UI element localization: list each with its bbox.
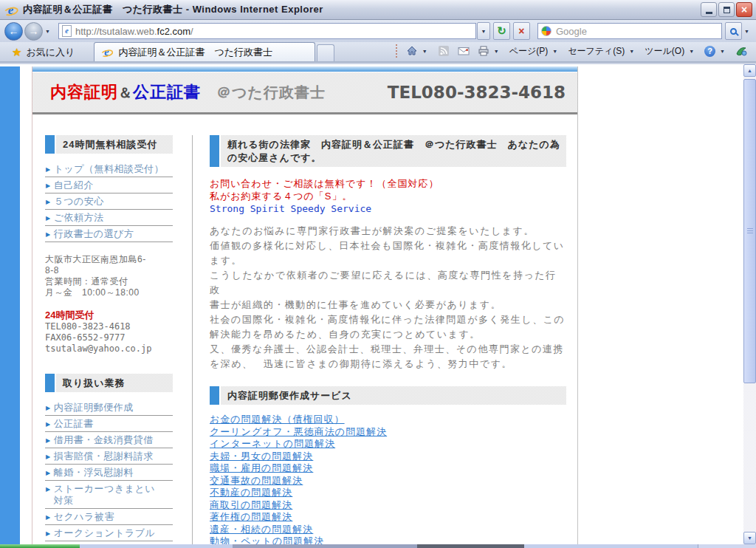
favorites-button[interactable]: ★ お気に入り: [3, 44, 83, 61]
sidebar-menu-item[interactable]: ▶ トップ（無料相談受付）: [45, 161, 173, 177]
mail-button[interactable]: [456, 44, 471, 58]
help-dropdown-icon: ▼: [718, 49, 727, 54]
home-dropdown-icon[interactable]: ▼: [420, 49, 430, 54]
stop-button[interactable]: ×: [513, 22, 530, 40]
address-dropdown-button[interactable]: ▼: [477, 22, 490, 40]
scroll-down-button[interactable]: ▼: [743, 532, 756, 544]
sidebar-menu-item[interactable]: ▶ ご依頼方法: [45, 210, 173, 226]
sidebar-menu-item[interactable]: ▶ 借用書・金銭消費貸借: [45, 432, 173, 448]
service-link[interactable]: クーリングオフ・悪徳商法の問題解決: [210, 426, 566, 439]
service-link[interactable]: 職場・雇用の問題解決: [210, 462, 566, 475]
service-link[interactable]: 商取引の問題解決: [210, 499, 566, 512]
triangle-bullet-icon: ▶: [46, 453, 51, 460]
sidebar-menu-item-label: 行政書士の選び方: [54, 228, 134, 240]
service-link[interactable]: 夫婦・男女の問題解決: [210, 451, 566, 463]
promise-line: 私がお約束する４つの「S」。: [210, 190, 566, 202]
contact-free-notice: お問い合わせ・ご相談は無料です！（全国対応） 私がお約束する４つの「S」。: [210, 177, 566, 202]
forward-button[interactable]: →: [24, 22, 43, 41]
sidebar-menu-item[interactable]: ▶ 公正証書: [45, 416, 173, 432]
taskbar-button-edge[interactable]: [233, 544, 417, 548]
hours-24-label: 24時間受付: [45, 309, 173, 321]
sidebar-menu-item[interactable]: ▶ 内容証明郵便作成: [45, 400, 173, 416]
site-title-part2: 公正証書: [133, 83, 201, 101]
page-icon: e: [62, 25, 72, 37]
tools-menu-dropdown-icon: ▼: [687, 49, 696, 54]
tools-menu-button[interactable]: ツール(O) ▼: [643, 44, 698, 59]
addons-button[interactable]: [734, 44, 749, 58]
window-titlebar: e 内容証明＆公正証書 つた行政書士 - Windows Internet Ex…: [0, 0, 756, 20]
page-menu-button[interactable]: ページ(P) ▼: [508, 44, 562, 59]
triangle-bullet-icon: ▶: [46, 215, 51, 222]
sidebar-menu-item[interactable]: ▶ 離婚・浮気慰謝料: [45, 465, 173, 481]
vertical-scrollbar[interactable]: ▲ ▼: [743, 64, 756, 544]
minimize-button[interactable]: [701, 2, 717, 17]
blue-square-icon: [210, 386, 219, 405]
page-left-accent-strip: [0, 66, 20, 544]
toolbar-separator: [396, 44, 398, 58]
search-button[interactable]: [725, 22, 742, 40]
maximize-button[interactable]: [718, 2, 735, 17]
intro-heading-block: 頼れる街の法律家 内容証明＆公正証書 ＠つた行政書士 あなたの為 の安心屋さんで…: [210, 135, 566, 167]
service-link[interactable]: インターネットの問題解決: [210, 438, 566, 451]
triangle-bullet-icon: ▶: [46, 530, 51, 537]
safety-menu-button[interactable]: セーフティ(S) ▼: [566, 44, 638, 59]
sidebar-menu-item[interactable]: ▶ 損害賠償・慰謝料請求: [45, 448, 173, 465]
site-title-part1: 内容証明: [50, 83, 118, 101]
site-title-amp: ＆: [118, 85, 133, 100]
intro-heading: 頼れる街の法律家 内容証明＆公正証書 ＠つた行政書士 あなたの為 の安心屋さんで…: [221, 135, 566, 167]
tools-menu-label: ツール(O): [645, 45, 684, 58]
service-link-list: お金の問題解決（債権回収） クーリングオフ・悪徳商法の問題解決 インターネットの…: [210, 414, 566, 544]
mail-icon: [458, 45, 470, 57]
search-dropdown-icon[interactable]: ▼: [742, 29, 752, 34]
service-link[interactable]: 交通事故の問題解決: [210, 475, 566, 487]
feeds-button[interactable]: [436, 44, 451, 58]
google-logo-icon: [541, 26, 551, 36]
print-button[interactable]: ▼: [476, 44, 503, 58]
sidebar-menu-item[interactable]: ▶ 行政書士の選び方: [45, 226, 173, 242]
search-input[interactable]: [556, 26, 718, 37]
start-button-edge[interactable]: [0, 544, 80, 548]
service-link[interactable]: 不動産の問題解決: [210, 487, 566, 499]
refresh-button[interactable]: ↻: [493, 22, 510, 40]
refresh-icon: ↻: [497, 24, 506, 38]
sidebar-menu-item[interactable]: ▶ セクハラ被害: [45, 509, 173, 525]
print-dropdown-icon[interactable]: ▼: [492, 49, 501, 54]
blue-square-icon: [45, 135, 55, 154]
tab-bar: ★ お気に入り e 内容証明＆公正証書 つた行政書士 ▼ ▼ ページ(P) ▼ …: [0, 42, 756, 63]
safety-menu-dropdown-icon: ▼: [627, 49, 636, 54]
new-tab-button[interactable]: [317, 44, 334, 61]
browser-tab[interactable]: e 内容証明＆公正証書 つた行政書士: [94, 42, 315, 61]
maximize-icon: [724, 7, 730, 13]
sidebar-menu-item[interactable]: ▶ ストーカーつきまとい 対策: [45, 481, 173, 509]
sidebar-menu-item-label: セクハラ被害: [54, 511, 114, 523]
sidebar-section1-title: 24時間無料相談受付: [56, 135, 173, 154]
scroll-up-button[interactable]: ▲: [743, 64, 756, 77]
sidebar-section-header-services: 取り扱い業務: [45, 374, 173, 392]
back-button[interactable]: ←: [4, 22, 23, 41]
sidebar-menu-item-label: ５つの安心: [54, 196, 104, 208]
search-box[interactable]: [537, 23, 722, 39]
history-dropdown-icon[interactable]: ▼: [43, 29, 52, 34]
sidebar-menu-item[interactable]: ▶ オークショントラブル: [45, 525, 173, 541]
sidebar-menu-item[interactable]: ▶ ５つの安心: [45, 193, 173, 210]
service-link[interactable]: お金の問題解決（債権回収）: [210, 414, 566, 426]
sidebar-menu-item[interactable]: ▶ 自己紹介: [45, 177, 173, 193]
four-s-slogan: Strong Spirit Speedy Service: [210, 202, 566, 215]
sidebar-section2-title: 取り扱い業務: [56, 374, 173, 392]
sidebar-menu-item-label: 自己紹介: [54, 179, 94, 191]
help-button[interactable]: ? ▼: [703, 44, 729, 58]
service-link[interactable]: 著作権の問題解決: [210, 511, 566, 524]
service-link[interactable]: 遺産・相続の問題解決: [210, 524, 566, 536]
taskbar-button-edge[interactable]: [417, 544, 524, 548]
address-bar: ← → ▼ e http://tsutalaw.web.fc2.com/ ▼ ↻…: [0, 20, 756, 42]
minimize-icon: [706, 12, 712, 14]
close-button[interactable]: ×: [736, 2, 752, 17]
sidebar-menu-item-label: 内容証明郵便作成: [54, 402, 134, 414]
home-button[interactable]: ▼: [405, 44, 431, 58]
sidebar-menu-item-label: 借用書・金銭消費貸借: [54, 434, 154, 446]
scrollbar-thumb[interactable]: [743, 79, 756, 383]
favorites-label: お気に入り: [26, 46, 75, 59]
sidebar-menu-item-label: オークショントラブル: [54, 527, 156, 539]
service-link[interactable]: 動物・ペットの問題解決: [210, 535, 566, 544]
address-input[interactable]: e http://tsutalaw.web.fc2.com/: [58, 23, 476, 39]
